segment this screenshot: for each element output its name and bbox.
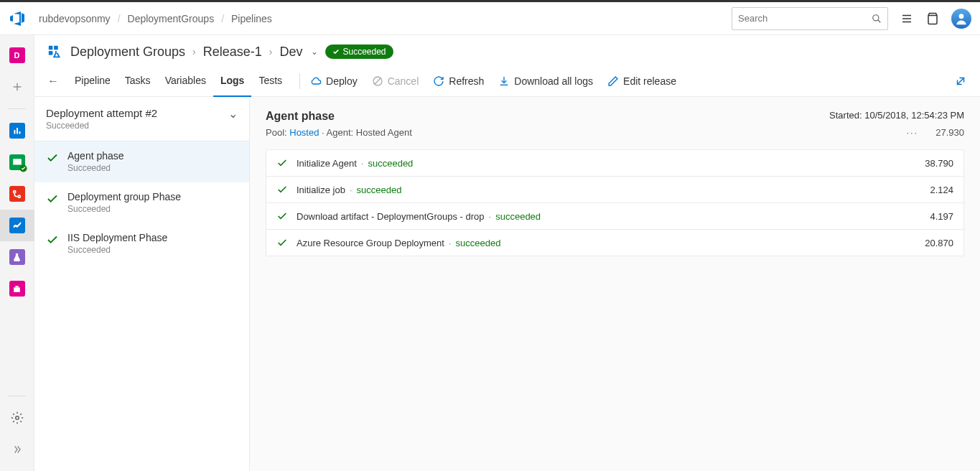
phase-title: Deployment group Phase: [67, 191, 181, 202]
detail-title: Agent phase: [266, 110, 335, 123]
breadcrumb-org[interactable]: rubdevopsonmy: [39, 13, 111, 24]
phase-item-iis[interactable]: IIS Deployment Phase Succeeded: [34, 223, 249, 264]
top-right: [732, 7, 971, 30]
divider: [299, 73, 300, 89]
deploy-label: Deploy: [326, 75, 358, 87]
cancel-button: Cancel: [372, 75, 419, 87]
page-crumb-root[interactable]: Deployment Groups: [70, 45, 185, 60]
attempt-status: Succeeded: [46, 121, 157, 131]
breadcrumb-section[interactable]: Pipelines: [231, 13, 272, 24]
status-badge: Succeeded: [325, 45, 393, 59]
user-avatar[interactable]: [951, 9, 971, 29]
chevron-down-icon[interactable]: ⌄: [311, 47, 318, 57]
nav-project[interactable]: D: [0, 39, 34, 71]
nav-test-plans[interactable]: [0, 241, 34, 273]
nav-add[interactable]: [0, 71, 34, 103]
task-time: 38.790: [925, 158, 953, 169]
attempt-header: Deployment attempt #2 Succeeded ⌄: [34, 97, 249, 141]
task-status: succeeded: [357, 185, 402, 195]
azure-devops-logo[interactable]: [9, 10, 26, 27]
phase-item-deployment-group[interactable]: Deployment group Phase Succeeded: [34, 182, 249, 223]
nav-overview[interactable]: [0, 115, 34, 146]
edit-label: Edit release: [623, 75, 676, 87]
task-status: succeeded: [368, 158, 413, 169]
phase-item-agent[interactable]: Agent phase Succeeded: [34, 141, 249, 182]
tab-tests[interactable]: Tests: [251, 65, 289, 97]
list-icon[interactable]: [900, 11, 914, 26]
nav-settings[interactable]: [0, 402, 34, 434]
check-icon: [276, 210, 288, 222]
svg-rect-10: [17, 128, 18, 134]
nav-repos[interactable]: [0, 178, 34, 210]
breadcrumb-sep: /: [221, 13, 224, 24]
agent-name: Hosted Agent: [356, 127, 412, 138]
total-time: 27.930: [935, 127, 964, 138]
layout: D: [0, 35, 980, 471]
task-row[interactable]: Initialize job · succeeded 2.124: [266, 177, 963, 203]
phase-status: Succeeded: [67, 245, 167, 255]
svg-rect-19: [49, 46, 53, 50]
page-crumb-release[interactable]: Release-1: [203, 45, 262, 60]
nav-divider: [9, 108, 26, 109]
tab-pipeline[interactable]: Pipeline: [67, 65, 118, 97]
svg-point-6: [959, 14, 964, 19]
task-name: Initialize job: [297, 185, 345, 195]
content-split: Deployment attempt #2 Succeeded ⌄ Agent …: [34, 97, 980, 471]
agent-label: · Agent:: [319, 127, 355, 138]
page-header: Deployment Groups › Release-1 › Dev ⌄ Su…: [34, 35, 980, 60]
breadcrumb-sep: /: [118, 13, 121, 24]
svg-line-26: [958, 78, 964, 84]
refresh-label: Refresh: [449, 75, 484, 87]
download-label: Download all logs: [514, 75, 593, 87]
tab-logs[interactable]: Logs: [213, 65, 251, 97]
svg-point-15: [18, 195, 20, 197]
breadcrumb: rubdevopsonmy / DeploymentGroups / Pipel…: [39, 13, 272, 24]
phase-status: Succeeded: [67, 204, 181, 214]
pool-link[interactable]: Hosted: [289, 127, 319, 138]
tab-variables[interactable]: Variables: [158, 65, 213, 97]
dot-sep: ·: [449, 238, 452, 248]
search-icon: [872, 14, 882, 24]
nav-artifacts[interactable]: [0, 273, 34, 304]
refresh-icon: [433, 75, 444, 87]
task-time: 4.197: [930, 211, 953, 222]
search-box[interactable]: [732, 7, 888, 30]
phase-title: IIS Deployment Phase: [67, 232, 167, 243]
deploy-button[interactable]: Deploy: [310, 75, 358, 87]
breadcrumb-project[interactable]: DeploymentGroups: [128, 13, 215, 24]
task-row[interactable]: Download artifact - DeploymentGroups - d…: [266, 203, 963, 230]
pool-label: Pool:: [266, 127, 289, 138]
task-name: Azure Resource Group Deployment: [297, 238, 444, 248]
nav-rail: D: [0, 35, 34, 471]
svg-point-18: [15, 416, 19, 420]
task-name: Initialize Agent: [297, 158, 357, 169]
check-icon: [276, 157, 288, 169]
task-row[interactable]: Initialize Agent · succeeded 38.790: [266, 150, 963, 177]
back-button[interactable]: ←: [47, 75, 59, 88]
expand-button[interactable]: [954, 75, 967, 88]
dot-sep: ·: [489, 211, 492, 222]
chevron-right-icon: ›: [192, 46, 196, 57]
shopping-bag-icon[interactable]: [925, 11, 940, 26]
check-icon: [276, 184, 288, 195]
check-icon: [46, 192, 59, 205]
page-crumb-stage[interactable]: Dev: [279, 45, 302, 60]
search-input[interactable]: [738, 13, 872, 24]
refresh-button[interactable]: Refresh: [433, 75, 484, 87]
chevron-down-icon[interactable]: ⌄: [228, 107, 238, 121]
detail-started: Started: 10/5/2018, 12:54:23 PM: [829, 110, 964, 121]
nav-pipelines[interactable]: [0, 210, 34, 241]
dot-sep: ·: [361, 158, 364, 169]
svg-rect-11: [19, 131, 20, 134]
nav-boards[interactable]: [0, 146, 34, 178]
download-logs-button[interactable]: Download all logs: [498, 75, 593, 87]
cancel-label: Cancel: [388, 75, 419, 87]
download-icon: [498, 75, 510, 87]
task-table: Initialize Agent · succeeded 38.790 Init…: [266, 149, 964, 256]
more-menu[interactable]: ···: [906, 127, 918, 138]
task-row[interactable]: Azure Resource Group Deployment · succee…: [266, 230, 963, 256]
edit-release-button[interactable]: Edit release: [607, 75, 676, 87]
nav-collapse[interactable]: [0, 434, 34, 465]
tab-tasks[interactable]: Tasks: [118, 65, 158, 97]
task-status: succeeded: [495, 211, 541, 222]
